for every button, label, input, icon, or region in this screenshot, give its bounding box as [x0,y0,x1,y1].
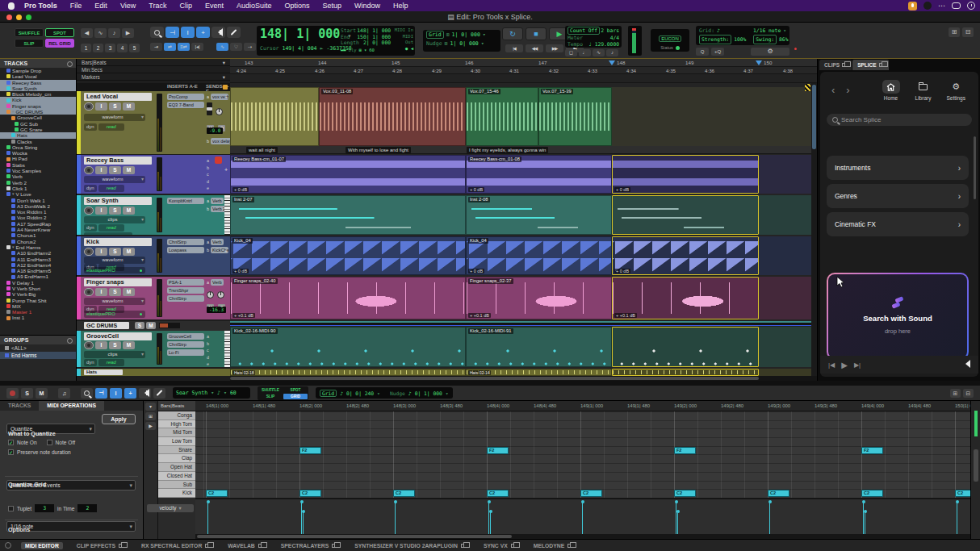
mute-button[interactable]: M [123,341,135,349]
midi-spot-mode[interactable]: SPOT [283,387,308,393]
track-header-lead-vocal[interactable]: Lead Vocal I S M waveform dyn read ProCo… [77,91,230,154]
midi-grabber-tool-button[interactable]: + [124,388,136,399]
lane-play-icon[interactable]: ▶ [145,422,156,430]
audio-clip[interactable]: Finger snaps_02-40+ +0.1 dB [230,277,466,319]
audio-clip[interactable]: Vox.03_11-08 [319,87,466,146]
track-list-item[interactable]: Finger snaps [0,103,76,109]
drum-lane-name[interactable]: Snare [158,446,195,455]
velocity-lane[interactable] [195,498,970,534]
track-list-item[interactable]: V Verb Short [0,286,76,291]
audio-zoom-icon[interactable]: ∿ [94,28,107,38]
patch-selector[interactable]: none [84,232,132,235]
track-header-kick[interactable]: Kick I S M waveform dyn read elastiquePR… [77,236,230,275]
track-list-item[interactable]: A11 EndHarm3 [0,257,76,262]
pencil-tool-button[interactable] [227,27,241,38]
clip-gain-label[interactable]: + 0 dB [232,269,249,274]
send-button[interactable]: vox delay [211,138,230,144]
bars-beats-ruler-label[interactable]: Bars|Beats [82,59,107,65]
menu-item[interactable]: File [64,2,89,10]
expand-toolbar-button[interactable]: ⊞ [949,27,960,37]
lane-finger-snaps[interactable]: Finger snaps_02-40+ +0.1 dBFinger snaps_… [230,277,817,319]
track-list-item[interactable]: Don't Walk 1 [0,198,76,203]
main-counter[interactable]: 148| 1| 000 ▾ [260,27,351,41]
zoom-preset-button[interactable]: 1 [81,44,91,52]
track-header-groovecell[interactable]: GrooveCell I S M clips dyn read GrooveCe… [77,331,230,367]
track-list-item[interactable]: Chorus2 [0,239,76,244]
track-header-soar-synth[interactable]: Soar Synth I S M clips dyn read none Kom… [77,195,230,235]
fast-forward-button[interactable]: ▶▶ [546,44,563,52]
audio-clip[interactable]: Kick_04+ 0 dB [230,236,466,275]
favorites-icon[interactable] [223,85,228,90]
velocity-stem[interactable] [863,502,864,536]
bottom-tab[interactable]: RX SPECTRAL EDITOR [137,542,214,549]
track-list-item[interactable]: Vox Riddim 2 [0,215,76,220]
preview-play-button[interactable]: ▶ [841,361,848,369]
midi-note[interactable]: C2 [206,490,228,497]
insert-button[interactable]: ProComp [167,94,204,100]
solo-button[interactable]: S [109,248,121,256]
clock-icon[interactable] [967,2,975,10]
lane-lead-vocal[interactable]: Vox.03_11-08Vox.07_15-46Vox.07_15-39 [230,87,817,146]
track-header-reecey-bass[interactable]: Reecey Bass I S M waveform dyn read abcd… [77,155,230,194]
track-view-selector[interactable]: clips [84,351,145,358]
quantize-button[interactable]: Q [696,48,709,56]
track-view-selector[interactable]: clips [84,216,145,223]
input-monitor-button[interactable]: I [95,102,107,111]
clip-gain-label[interactable]: + 0 dB [468,187,484,193]
zoom-preset-button[interactable]: 5 [129,44,140,52]
midi-clip[interactable] [612,327,759,367]
arrangement-area[interactable]: 143144145146147148149150 4:244:254:264:2… [230,59,817,381]
midi-note[interactable]: C2 [487,490,509,497]
velocity-stem[interactable] [677,511,678,536]
track-list-item[interactable]: GC Snare [0,127,76,132]
record-enable-button[interactable] [84,207,94,215]
zoom-preset-button[interactable]: 3 [105,44,115,52]
record-safe-indicator[interactable] [215,157,222,164]
midi-mute-button[interactable]: M [36,388,48,399]
tuplet-time-field[interactable]: 2 [77,504,97,512]
bottom-tab[interactable]: SYNC VX [480,542,520,549]
insert-button[interactable]: EQ3 7-Band [167,102,204,108]
send-button[interactable]: Verb [211,239,224,245]
insert-button[interactable]: ChnlStrp [167,239,204,245]
notation-view-button[interactable]: ♫ [58,388,70,399]
input-monitor-button[interactable]: I [95,341,107,349]
shuffle-mode-button[interactable]: SHUFFLE [15,28,44,37]
audio-clip[interactable]: + 0 dB [612,155,759,194]
track-name[interactable]: Lead Vocal [84,93,152,101]
audio-clip[interactable]: + 0 dB [612,236,759,275]
velocity-stem[interactable] [303,511,304,536]
mute-button[interactable]: M [123,207,135,215]
scrubber-tool-button[interactable] [211,27,225,38]
zoom-in-arrow[interactable]: ▶ [122,28,134,38]
panel-toggle-icon[interactable] [5,542,11,549]
clip-gain-label[interactable]: + +0.1 dB [468,313,491,319]
track-name[interactable]: Soar Synth [84,197,152,205]
midi-clip[interactable]: Inst 2-08 [466,195,612,235]
bottom-tab[interactable]: SYNTHESIZER V STUDIO 2ARAPLUGIN [350,542,470,549]
edit-option-button[interactable]: ⇥ [150,43,162,51]
midi-slip-mode[interactable]: SLIP [258,394,283,399]
track-list-item[interactable]: V Delay 1 [0,280,76,286]
record-enable-button[interactable] [84,288,94,296]
groups-panel-header[interactable]: GROUPS [0,336,76,344]
audio-clip[interactable]: Hats 02-14 [466,369,612,376]
menu-item[interactable]: Edit [88,2,114,10]
collapse-panel-button[interactable]: ⊟ [963,389,974,398]
menu-item[interactable]: Clip [173,2,199,10]
midi-note-grid[interactable]: C2C2C2C2C2C2C2C2C2 F2F2F2F2 [195,411,970,498]
bottom-tab[interactable]: CLIP EFFECTS [73,542,128,549]
preserve-duration-checkbox[interactable]: ✓ [8,449,14,455]
lyric-marker[interactable]: wait all night [246,147,278,153]
quantize-input-button[interactable]: +Q [711,48,724,56]
track-list-item[interactable]: A10 EndHarm2 [0,250,76,256]
track-header-hats[interactable]: Hats [77,369,230,376]
folder-arrow-icon[interactable]: ▾ [12,109,15,115]
midi-note[interactable]: C2 [955,490,970,497]
gc-drums-folder-lane[interactable] [230,321,817,326]
track-list-item[interactable]: Inst 1 [0,315,76,320]
lane-hats[interactable]: Hats 02-18Hats 02-14 [230,369,817,376]
track-name[interactable]: Finger snaps [84,278,152,286]
midi-record-button[interactable] [6,388,19,399]
track-list-item[interactable]: Voc Samples [0,168,76,173]
